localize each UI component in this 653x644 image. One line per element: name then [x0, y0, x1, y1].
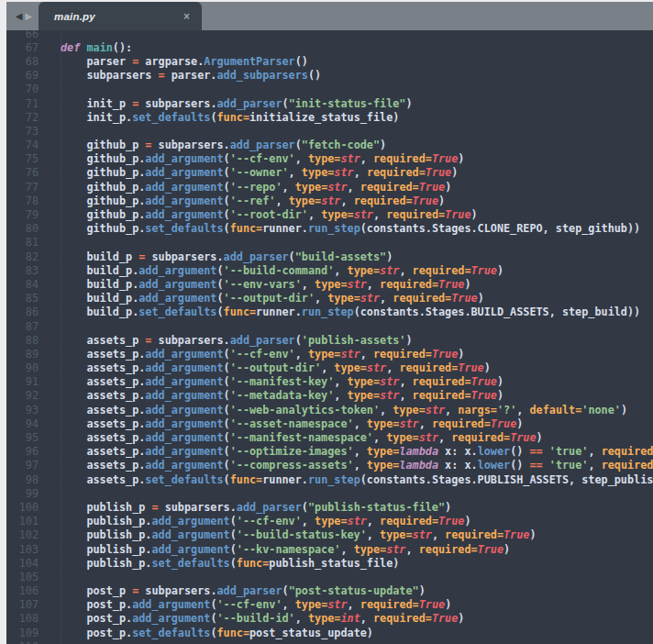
code-line[interactable]: 81 — [6, 236, 653, 250]
forward-arrow-icon[interactable]: ▶ — [26, 12, 33, 21]
line-number: 92 — [6, 389, 50, 402]
code-text: assets_p.add_argument('--web-analytics-t… — [61, 404, 653, 416]
code-line[interactable]: 109 post_p.set_defaults(func=post_status… — [6, 626, 653, 639]
code-line[interactable]: 70 — [6, 83, 653, 96]
code-line[interactable]: 80 github_p.set_defaults(func=runner.run… — [6, 222, 653, 236]
code-line[interactable]: 105 — [6, 570, 653, 583]
code-text: build_p.add_argument('--output-dir', typ… — [61, 292, 653, 305]
code-line[interactable]: 84 build_p.add_argument('--env-vars', ty… — [6, 277, 653, 291]
code-text: assets_p.add_argument('--asset-namespace… — [61, 417, 653, 430]
code-text: build_p.add_argument('--build-command', … — [61, 264, 653, 277]
code-line[interactable]: 75 github_p.add_argument('--cf-env', typ… — [6, 152, 653, 166]
line-number: 109 — [6, 627, 50, 639]
code-line[interactable]: 103 publish_p.add_argument('--kv-namespa… — [6, 542, 653, 556]
code-line[interactable]: 92 assets_p.add_argument('--metadata-key… — [6, 389, 653, 403]
code-line[interactable]: 88 assets_p = subparsers.add_parser('pub… — [6, 333, 653, 347]
line-number: 107 — [6, 598, 50, 611]
code-text: github_p.add_argument('--cf-env', type=s… — [61, 152, 653, 165]
code-text: post_p.add_argument('--cf-env', type=str… — [61, 598, 653, 611]
code-lines: 6667def main():68 parser = argparse.Argu… — [6, 30, 653, 644]
code-line[interactable]: 94 assets_p.add_argument('--asset-namesp… — [6, 416, 653, 430]
tab-close-icon[interactable]: × — [183, 11, 190, 22]
code-line[interactable]: 66 — [6, 30, 653, 40]
code-text: publish_p = subparsers.add_parser("publi… — [61, 501, 653, 514]
code-line[interactable]: 97 assets_p.add_argument('--compress-ass… — [6, 459, 653, 472]
back-arrow-icon[interactable]: ◀ — [16, 12, 23, 21]
code-text: assets_p.add_argument('--metadata-key', … — [61, 389, 653, 402]
code-line[interactable]: 98 assets_p.set_defaults(func=runner.run… — [6, 472, 653, 486]
code-text: assets_p.set_defaults(func=runner.run_st… — [61, 473, 653, 486]
code-text: github_p.add_argument('--repo', type=str… — [61, 181, 653, 194]
code-line[interactable]: 96 assets_p.add_argument('--optimize-ima… — [6, 445, 653, 459]
code-text: subparsers = parser.add_subparsers() — [61, 69, 653, 82]
line-number: 82 — [6, 250, 50, 263]
code-line[interactable]: 100 publish_p = subparsers.add_parser("p… — [6, 500, 653, 514]
code-text: assets_p.add_argument('--compress-assets… — [61, 459, 653, 472]
code-line[interactable]: 95 assets_p.add_argument('--manifest-nam… — [6, 430, 653, 444]
tab-title: main.py — [39, 11, 95, 22]
code-line[interactable]: 67def main(): — [6, 40, 653, 54]
line-number: 84 — [6, 278, 50, 291]
code-text: init_p.set_defaults(func=initialize_stat… — [61, 111, 653, 124]
code-line[interactable]: 78 github_p.add_argument('--ref', type=s… — [6, 194, 653, 207]
code-line[interactable]: 69 subparsers = parser.add_subparsers() — [6, 69, 653, 83]
code-line[interactable]: 71 init_p = subparsers.add_parser("init-… — [6, 96, 653, 110]
code-text: github_p.add_argument('--ref', type=str,… — [61, 194, 653, 207]
code-text: github_p.add_argument('--owner', type=st… — [61, 166, 653, 179]
code-line[interactable]: 108 post_p.add_argument('--build-id', ty… — [6, 612, 653, 626]
code-text: parser = argparse.ArgumentParser() — [61, 55, 653, 68]
code-text: assets_p.add_argument('--manifest-namesp… — [61, 431, 653, 444]
code-line[interactable]: 72 init_p.set_defaults(func=initialize_s… — [6, 110, 653, 124]
line-number: 68 — [6, 55, 50, 68]
line-number: 76 — [6, 166, 50, 179]
code-text: build_p.add_argument('--env-vars', type=… — [61, 278, 653, 291]
line-number: 99 — [6, 487, 50, 500]
code-text: post_p.add_argument('--build-id', type=i… — [61, 612, 653, 625]
line-number: 73 — [6, 125, 50, 138]
code-line[interactable]: 91 assets_p.add_argument('--manifest-key… — [6, 375, 653, 389]
code-line[interactable]: 77 github_p.add_argument('--repo', type=… — [6, 180, 653, 194]
code-line[interactable]: 110 — [6, 639, 653, 644]
line-number: 90 — [6, 361, 50, 374]
code-line[interactable]: 73 — [6, 124, 653, 138]
editor-window: ◀ ▶ main.py × 6667def main():68 parser =… — [6, 2, 653, 644]
code-line[interactable]: 76 github_p.add_argument('--owner', type… — [6, 166, 653, 180]
line-number: 95 — [6, 431, 50, 444]
code-line[interactable]: 106 post_p = subparsers.add_parser("post… — [6, 584, 653, 598]
line-number: 104 — [6, 557, 50, 570]
code-text: build_p = subparsers.add_parser("build-a… — [61, 250, 653, 263]
line-number: 77 — [6, 181, 50, 194]
code-line[interactable]: 102 publish_p.add_argument('--build-stat… — [6, 528, 653, 542]
code-line[interactable]: 101 publish_p.add_argument('--cf-env', t… — [6, 515, 653, 528]
code-line[interactable]: 90 assets_p.add_argument('--output-dir',… — [6, 361, 653, 375]
code-text: assets_p.add_argument('--cf-env', type=s… — [61, 348, 653, 361]
code-line[interactable]: 79 github_p.add_argument('--root-dir', t… — [6, 207, 653, 221]
code-line[interactable]: 99 — [6, 486, 653, 500]
line-number: 103 — [6, 543, 50, 556]
line-number: 106 — [6, 584, 50, 597]
code-line[interactable]: 85 build_p.add_argument('--output-dir', … — [6, 292, 653, 305]
line-number: 70 — [6, 83, 50, 95]
code-line[interactable]: 104 publish_p.set_defaults(func=publish_… — [6, 556, 653, 570]
line-number: 94 — [6, 417, 50, 430]
code-line[interactable]: 74 github_p = subparsers.add_parser("fet… — [6, 139, 653, 152]
code-line[interactable]: 87 — [6, 319, 653, 333]
code-line[interactable]: 86 build_p.set_defaults(func=runner.run_… — [6, 305, 653, 319]
line-number: 93 — [6, 404, 50, 416]
line-number: 67 — [6, 41, 50, 54]
line-number: 108 — [6, 612, 50, 625]
code-line[interactable]: 83 build_p.add_argument('--build-command… — [6, 263, 653, 277]
code-line[interactable]: 107 post_p.add_argument('--cf-env', type… — [6, 598, 653, 612]
code-text: publish_p.add_argument('--cf-env', type=… — [61, 515, 653, 527]
code-line[interactable]: 68 parser = argparse.ArgumentParser() — [6, 54, 653, 68]
code-editor[interactable]: 6667def main():68 parser = argparse.Argu… — [6, 30, 653, 644]
tab-main-py[interactable]: main.py × — [39, 2, 202, 30]
code-line[interactable]: 89 assets_p.add_argument('--cf-env', typ… — [6, 347, 653, 361]
code-line[interactable]: 82 build_p = subparsers.add_parser("buil… — [6, 250, 653, 263]
code-text: post_p = subparsers.add_parser("post-sta… — [61, 584, 653, 597]
line-number: 100 — [6, 501, 50, 514]
line-number: 96 — [6, 445, 50, 458]
code-text: post_p.set_defaults(func=post_status_upd… — [61, 627, 653, 639]
code-line[interactable]: 93 assets_p.add_argument('--web-analytic… — [6, 403, 653, 416]
line-number: 79 — [6, 208, 50, 221]
